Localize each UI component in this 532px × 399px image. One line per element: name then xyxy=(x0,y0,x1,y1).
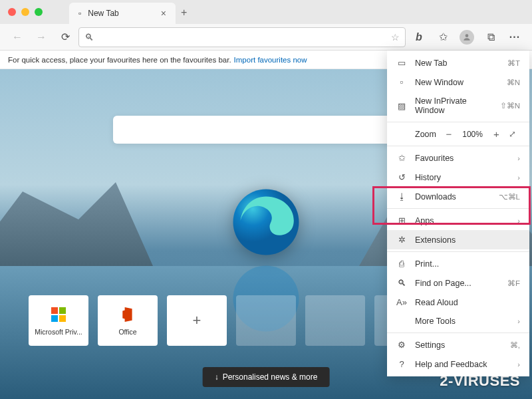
address-input[interactable] xyxy=(99,32,386,42)
chevron-right-icon: › xyxy=(517,174,520,182)
titlebar: ▫ New Tab × + xyxy=(0,0,532,24)
extensions-icon: ✲ xyxy=(396,235,407,245)
favourite-star-icon[interactable]: ☆ xyxy=(391,32,400,43)
zoom-in-button[interactable]: + xyxy=(489,128,503,140)
close-tab-icon[interactable]: × xyxy=(161,8,166,19)
apps-icon: ⊞ xyxy=(396,215,407,225)
menu-help[interactable]: ? Help and Feedback › xyxy=(387,354,529,374)
add-quicklink-button[interactable]: + xyxy=(167,295,227,346)
menu-apps[interactable]: ⊞ Apps › xyxy=(387,211,529,230)
bing-button[interactable]: b xyxy=(408,27,430,48)
settings-menu: ▭ New Tab ⌘T ▫ New Window ⌘N ▨ New InPri… xyxy=(387,51,529,376)
star-icon: ✩ xyxy=(396,153,407,163)
menu-read-aloud[interactable]: A» Read Aloud xyxy=(387,293,529,312)
find-icon: 🔍︎ xyxy=(396,278,407,288)
search-input[interactable] xyxy=(122,124,398,135)
tab-title: New Tab xyxy=(88,9,118,18)
favourites-button[interactable]: ✩ xyxy=(432,27,454,48)
tab-strip: ▫ New Tab × + xyxy=(69,0,192,24)
quicklink-microsoft[interactable]: Microsoft Priv... xyxy=(29,295,88,346)
profile-button[interactable] xyxy=(456,27,477,48)
gear-icon: ⚙ xyxy=(396,340,407,350)
collections-button[interactable]: ⧉ xyxy=(480,27,501,48)
import-favourites-link[interactable]: Import favourites now xyxy=(234,56,307,64)
quicklink-label: Microsoft Priv... xyxy=(33,328,84,336)
chevron-right-icon: › xyxy=(517,217,520,225)
menu-separator xyxy=(387,251,529,252)
zoom-out-button[interactable]: − xyxy=(442,128,456,140)
menu-settings[interactable]: ⚙ Settings ⌘, xyxy=(387,335,529,354)
tab-favicon: ▫ xyxy=(78,9,81,18)
menu-separator xyxy=(387,122,529,122)
window-controls xyxy=(8,8,43,16)
minimize-window-icon[interactable] xyxy=(21,8,29,16)
fullscreen-button[interactable]: ⤢ xyxy=(509,129,520,139)
maximize-window-icon[interactable] xyxy=(35,8,43,16)
bookmarks-hint: For quick access, place your favourites … xyxy=(8,56,231,64)
new-tab-icon: ▭ xyxy=(396,58,407,68)
settings-menu-button[interactable]: ··· xyxy=(504,27,525,48)
menu-separator xyxy=(387,332,529,333)
menu-new-inprivate[interactable]: ▨ New InPrivate Window ⇧⌘N xyxy=(387,92,529,120)
quicklink-empty[interactable] xyxy=(236,295,296,346)
chevron-right-icon: › xyxy=(517,360,520,368)
news-button-label: Personalised news & more xyxy=(223,372,318,382)
svg-point-0 xyxy=(466,34,469,37)
menu-print[interactable]: ⎙ Print... xyxy=(387,254,529,273)
edge-logo xyxy=(229,186,303,259)
close-window-icon[interactable] xyxy=(8,8,16,16)
toolbar: ← → ⟳ 🔍︎ ☆ b ✩ ⧉ ··· xyxy=(0,24,532,51)
news-feed-button[interactable]: ↓ Personalised news & more xyxy=(203,367,330,387)
menu-new-window[interactable]: ▫ New Window ⌘N xyxy=(387,72,529,92)
download-icon: ⭳ xyxy=(396,192,407,201)
bing-icon: b xyxy=(416,31,422,43)
chevron-right-icon: › xyxy=(517,317,520,325)
print-icon: ⎙ xyxy=(396,259,407,269)
menu-new-tab[interactable]: ▭ New Tab ⌘T xyxy=(387,53,529,72)
search-icon: 🔍︎ xyxy=(84,32,94,43)
help-icon: ? xyxy=(396,359,407,369)
office-icon xyxy=(118,305,137,324)
quicklink-office[interactable]: Office xyxy=(98,295,158,346)
search-box[interactable]: 🔍︎ xyxy=(113,116,419,144)
menu-separator xyxy=(387,208,529,209)
menu-more-tools[interactable]: More Tools › xyxy=(387,312,529,331)
arrow-down-icon: ↓ xyxy=(215,372,219,382)
chevron-right-icon: › xyxy=(517,154,520,162)
profile-icon xyxy=(460,30,474,45)
menu-downloads[interactable]: ⭳ Downloads ⌥⌘L xyxy=(387,187,529,206)
menu-favourites[interactable]: ✩ Favourites › xyxy=(387,148,529,168)
back-button[interactable]: ← xyxy=(7,27,28,48)
quicklink-label: Office xyxy=(102,328,154,336)
quicklink-empty[interactable] xyxy=(305,295,365,346)
new-window-icon: ▫ xyxy=(396,77,407,87)
zoom-value: 100% xyxy=(462,130,484,139)
microsoft-icon xyxy=(49,305,68,324)
menu-zoom: Zoom − 100% + ⤢ xyxy=(387,124,529,144)
menu-extensions[interactable]: ✲ Extensions xyxy=(387,230,529,249)
address-bar[interactable]: 🔍︎ ☆ xyxy=(78,27,406,47)
new-tab-button[interactable]: + xyxy=(176,1,192,24)
menu-find[interactable]: 🔍︎ Find on Page... ⌘F xyxy=(387,273,529,293)
forward-button[interactable]: → xyxy=(31,27,52,48)
inprivate-icon: ▨ xyxy=(396,101,407,111)
menu-separator xyxy=(387,146,529,146)
tab-new-tab[interactable]: ▫ New Tab × xyxy=(69,3,176,24)
refresh-button[interactable]: ⟳ xyxy=(55,27,76,48)
menu-history[interactable]: ↺ History › xyxy=(387,168,529,187)
history-icon: ↺ xyxy=(396,172,407,182)
read-aloud-icon: A» xyxy=(396,297,407,307)
